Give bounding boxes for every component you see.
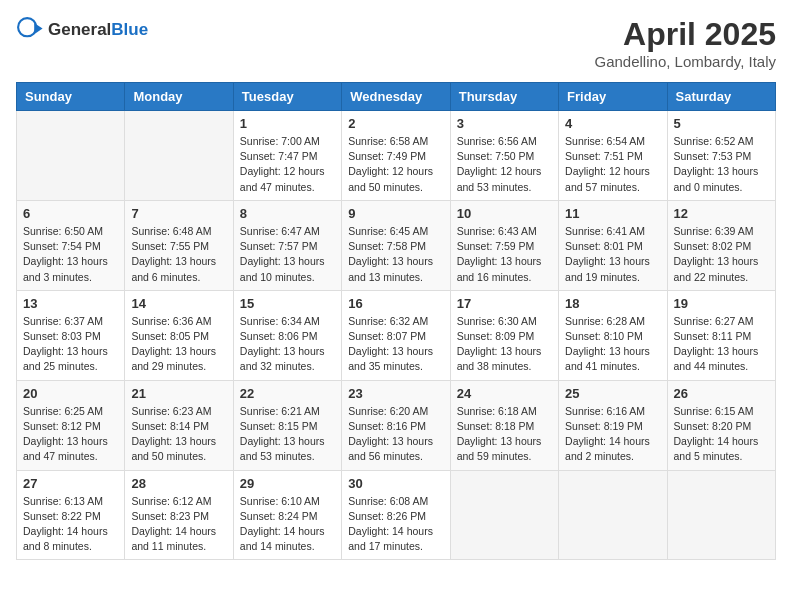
day-number: 7: [131, 206, 226, 221]
calendar-cell: [17, 111, 125, 201]
month-title: April 2025: [595, 16, 777, 53]
day-info: Sunrise: 6:48 AM Sunset: 7:55 PM Dayligh…: [131, 224, 226, 285]
week-row-4: 20Sunrise: 6:25 AM Sunset: 8:12 PM Dayli…: [17, 380, 776, 470]
day-number: 20: [23, 386, 118, 401]
day-info: Sunrise: 6:15 AM Sunset: 8:20 PM Dayligh…: [674, 404, 769, 465]
calendar-cell: 3Sunrise: 6:56 AM Sunset: 7:50 PM Daylig…: [450, 111, 558, 201]
calendar-cell: 14Sunrise: 6:36 AM Sunset: 8:05 PM Dayli…: [125, 290, 233, 380]
calendar-cell: 25Sunrise: 6:16 AM Sunset: 8:19 PM Dayli…: [559, 380, 667, 470]
day-number: 12: [674, 206, 769, 221]
day-number: 10: [457, 206, 552, 221]
day-info: Sunrise: 6:37 AM Sunset: 8:03 PM Dayligh…: [23, 314, 118, 375]
calendar-cell: 21Sunrise: 6:23 AM Sunset: 8:14 PM Dayli…: [125, 380, 233, 470]
day-number: 6: [23, 206, 118, 221]
day-info: Sunrise: 6:12 AM Sunset: 8:23 PM Dayligh…: [131, 494, 226, 555]
calendar-cell: 9Sunrise: 6:45 AM Sunset: 7:58 PM Daylig…: [342, 200, 450, 290]
day-number: 19: [674, 296, 769, 311]
day-info: Sunrise: 6:56 AM Sunset: 7:50 PM Dayligh…: [457, 134, 552, 195]
calendar-cell: 19Sunrise: 6:27 AM Sunset: 8:11 PM Dayli…: [667, 290, 775, 380]
day-number: 1: [240, 116, 335, 131]
logo-general-text: GeneralBlue: [48, 20, 148, 40]
weekday-header-sunday: Sunday: [17, 83, 125, 111]
day-info: Sunrise: 6:47 AM Sunset: 7:57 PM Dayligh…: [240, 224, 335, 285]
day-info: Sunrise: 6:41 AM Sunset: 8:01 PM Dayligh…: [565, 224, 660, 285]
day-info: Sunrise: 6:28 AM Sunset: 8:10 PM Dayligh…: [565, 314, 660, 375]
day-info: Sunrise: 6:45 AM Sunset: 7:58 PM Dayligh…: [348, 224, 443, 285]
calendar-cell: 8Sunrise: 6:47 AM Sunset: 7:57 PM Daylig…: [233, 200, 341, 290]
calendar-cell: [450, 470, 558, 560]
day-number: 13: [23, 296, 118, 311]
calendar-cell: 2Sunrise: 6:58 AM Sunset: 7:49 PM Daylig…: [342, 111, 450, 201]
weekday-header-tuesday: Tuesday: [233, 83, 341, 111]
day-info: Sunrise: 6:30 AM Sunset: 8:09 PM Dayligh…: [457, 314, 552, 375]
weekday-header-wednesday: Wednesday: [342, 83, 450, 111]
week-row-1: 1Sunrise: 7:00 AM Sunset: 7:47 PM Daylig…: [17, 111, 776, 201]
day-number: 8: [240, 206, 335, 221]
calendar-cell: 28Sunrise: 6:12 AM Sunset: 8:23 PM Dayli…: [125, 470, 233, 560]
calendar-cell: 6Sunrise: 6:50 AM Sunset: 7:54 PM Daylig…: [17, 200, 125, 290]
weekday-header-row: SundayMondayTuesdayWednesdayThursdayFrid…: [17, 83, 776, 111]
calendar-cell: 22Sunrise: 6:21 AM Sunset: 8:15 PM Dayli…: [233, 380, 341, 470]
calendar-cell: 5Sunrise: 6:52 AM Sunset: 7:53 PM Daylig…: [667, 111, 775, 201]
day-info: Sunrise: 6:10 AM Sunset: 8:24 PM Dayligh…: [240, 494, 335, 555]
day-info: Sunrise: 6:54 AM Sunset: 7:51 PM Dayligh…: [565, 134, 660, 195]
day-info: Sunrise: 6:58 AM Sunset: 7:49 PM Dayligh…: [348, 134, 443, 195]
calendar-cell: 12Sunrise: 6:39 AM Sunset: 8:02 PM Dayli…: [667, 200, 775, 290]
day-number: 9: [348, 206, 443, 221]
weekday-header-saturday: Saturday: [667, 83, 775, 111]
day-info: Sunrise: 6:52 AM Sunset: 7:53 PM Dayligh…: [674, 134, 769, 195]
week-row-2: 6Sunrise: 6:50 AM Sunset: 7:54 PM Daylig…: [17, 200, 776, 290]
day-number: 28: [131, 476, 226, 491]
day-info: Sunrise: 6:27 AM Sunset: 8:11 PM Dayligh…: [674, 314, 769, 375]
calendar-cell: 24Sunrise: 6:18 AM Sunset: 8:18 PM Dayli…: [450, 380, 558, 470]
day-info: Sunrise: 6:23 AM Sunset: 8:14 PM Dayligh…: [131, 404, 226, 465]
day-number: 22: [240, 386, 335, 401]
day-info: Sunrise: 6:16 AM Sunset: 8:19 PM Dayligh…: [565, 404, 660, 465]
calendar-cell: 23Sunrise: 6:20 AM Sunset: 8:16 PM Dayli…: [342, 380, 450, 470]
day-number: 15: [240, 296, 335, 311]
day-info: Sunrise: 7:00 AM Sunset: 7:47 PM Dayligh…: [240, 134, 335, 195]
day-number: 24: [457, 386, 552, 401]
calendar-cell: 15Sunrise: 6:34 AM Sunset: 8:06 PM Dayli…: [233, 290, 341, 380]
week-row-5: 27Sunrise: 6:13 AM Sunset: 8:22 PM Dayli…: [17, 470, 776, 560]
calendar-cell: [667, 470, 775, 560]
calendar-cell: 7Sunrise: 6:48 AM Sunset: 7:55 PM Daylig…: [125, 200, 233, 290]
day-number: 17: [457, 296, 552, 311]
weekday-header-thursday: Thursday: [450, 83, 558, 111]
day-number: 4: [565, 116, 660, 131]
day-number: 29: [240, 476, 335, 491]
day-number: 18: [565, 296, 660, 311]
day-number: 2: [348, 116, 443, 131]
day-info: Sunrise: 6:13 AM Sunset: 8:22 PM Dayligh…: [23, 494, 118, 555]
day-number: 14: [131, 296, 226, 311]
day-info: Sunrise: 6:39 AM Sunset: 8:02 PM Dayligh…: [674, 224, 769, 285]
day-info: Sunrise: 6:32 AM Sunset: 8:07 PM Dayligh…: [348, 314, 443, 375]
calendar-cell: 1Sunrise: 7:00 AM Sunset: 7:47 PM Daylig…: [233, 111, 341, 201]
calendar-cell: 16Sunrise: 6:32 AM Sunset: 8:07 PM Dayli…: [342, 290, 450, 380]
page-header: GeneralBlue April 2025 Gandellino, Lomba…: [16, 16, 776, 70]
calendar-cell: 11Sunrise: 6:41 AM Sunset: 8:01 PM Dayli…: [559, 200, 667, 290]
day-info: Sunrise: 6:20 AM Sunset: 8:16 PM Dayligh…: [348, 404, 443, 465]
day-number: 5: [674, 116, 769, 131]
calendar-cell: 30Sunrise: 6:08 AM Sunset: 8:26 PM Dayli…: [342, 470, 450, 560]
day-info: Sunrise: 6:50 AM Sunset: 7:54 PM Dayligh…: [23, 224, 118, 285]
day-info: Sunrise: 6:18 AM Sunset: 8:18 PM Dayligh…: [457, 404, 552, 465]
day-number: 21: [131, 386, 226, 401]
day-number: 11: [565, 206, 660, 221]
calendar-table: SundayMondayTuesdayWednesdayThursdayFrid…: [16, 82, 776, 560]
calendar-cell: 18Sunrise: 6:28 AM Sunset: 8:10 PM Dayli…: [559, 290, 667, 380]
day-info: Sunrise: 6:25 AM Sunset: 8:12 PM Dayligh…: [23, 404, 118, 465]
day-info: Sunrise: 6:36 AM Sunset: 8:05 PM Dayligh…: [131, 314, 226, 375]
title-block: April 2025 Gandellino, Lombardy, Italy: [595, 16, 777, 70]
day-info: Sunrise: 6:43 AM Sunset: 7:59 PM Dayligh…: [457, 224, 552, 285]
day-info: Sunrise: 6:21 AM Sunset: 8:15 PM Dayligh…: [240, 404, 335, 465]
day-number: 27: [23, 476, 118, 491]
calendar-cell: 4Sunrise: 6:54 AM Sunset: 7:51 PM Daylig…: [559, 111, 667, 201]
logo-icon: [16, 16, 44, 44]
day-number: 16: [348, 296, 443, 311]
calendar-cell: 29Sunrise: 6:10 AM Sunset: 8:24 PM Dayli…: [233, 470, 341, 560]
day-info: Sunrise: 6:34 AM Sunset: 8:06 PM Dayligh…: [240, 314, 335, 375]
day-number: 25: [565, 386, 660, 401]
weekday-header-monday: Monday: [125, 83, 233, 111]
day-number: 26: [674, 386, 769, 401]
